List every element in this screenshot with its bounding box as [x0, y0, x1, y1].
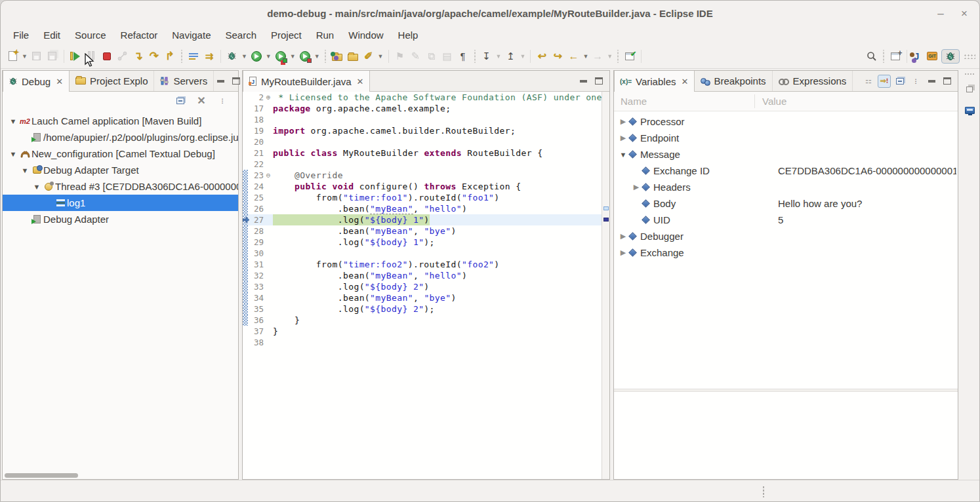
code-line-35[interactable]: 35 .log("${body} 2"); [243, 303, 609, 315]
java-perspective-button[interactable]: J [910, 49, 924, 64]
menu-source[interactable]: Source [68, 28, 113, 43]
coverage-button[interactable] [273, 48, 289, 64]
variables-maximize-button[interactable] [941, 75, 954, 88]
expander-icon[interactable]: ▶ [618, 117, 628, 126]
variables-tab-variables[interactable]: (x)=Variables✕ [614, 71, 695, 92]
variable-row-headers[interactable]: ▶Headers [614, 179, 958, 195]
occurrence-marker[interactable] [603, 206, 609, 210]
variables-tab-expressions[interactable]: Expressions [773, 71, 853, 91]
code-line-23[interactable]: 23⊖ @Override [243, 170, 609, 181]
debug-pointer-marker[interactable] [603, 218, 609, 222]
horizontal-scrollbar-thumb[interactable] [5, 473, 78, 478]
editor-tab-close-icon[interactable]: ✕ [357, 77, 364, 87]
tab-close-icon[interactable]: ✕ [56, 77, 63, 87]
code-line-33[interactable]: 33 .log("${body} 2") [243, 281, 609, 292]
variables-minimize-button[interactable] [925, 75, 938, 88]
step-return-button[interactable]: ↱ [162, 48, 178, 64]
code-line-19[interactable]: 19import org.apache.camel.builder.RouteB… [243, 125, 609, 136]
debug-tree-item-[interactable]: /home/apupier/.p2/pool/plugins/org.eclip… [3, 129, 238, 145]
menu-refactor[interactable]: Refactor [113, 28, 165, 43]
menu-help[interactable]: Help [391, 28, 426, 43]
debug-tree-item-debug[interactable]: ▼Debug Adapter Target [3, 162, 238, 178]
run-button[interactable] [249, 48, 264, 64]
pin-editor-button[interactable]: ✔ [622, 48, 638, 64]
open-plugin-artifact-button[interactable] [329, 48, 345, 64]
debug-button[interactable] [224, 48, 240, 64]
step-into-button[interactable]: ↴ [131, 48, 146, 64]
new-wizard-button[interactable]: ✦ [5, 48, 20, 64]
profile-dropdown-icon[interactable]: ▼ [313, 53, 321, 60]
variable-row-message[interactable]: ▼Message [614, 146, 958, 163]
menu-edit[interactable]: Edit [36, 28, 68, 43]
code-line-17[interactable]: 17package org.apache.camel.example; [243, 103, 609, 114]
show-whitespace-button[interactable]: ¶ [455, 48, 471, 64]
variable-row-body[interactable]: BodyHello how are you? [614, 195, 958, 212]
code-editor[interactable]: 2⊕ * Licensed to the Apache Software Fou… [243, 92, 609, 479]
expander-icon[interactable]: ▶ [618, 134, 628, 142]
code-line-32[interactable]: 32 .bean("myBean", "hello") [243, 270, 609, 281]
variable-row-exchange[interactable]: ▶Exchange [614, 244, 958, 261]
mark-occurrences-dropdown-icon[interactable]: ▼ [377, 53, 385, 60]
code-line-20[interactable]: 20 [243, 136, 609, 147]
code-line-36[interactable]: 36 } [243, 315, 609, 326]
expander-icon[interactable]: ▶ [618, 232, 628, 241]
variables-collapse-all-button[interactable] [893, 75, 907, 88]
expander-icon[interactable]: ▼ [8, 150, 18, 158]
expander-icon[interactable]: ▼ [20, 166, 30, 174]
code-line-29[interactable]: 29 .log("${body} 1"); [243, 237, 609, 248]
window-close-button[interactable]: × [956, 6, 973, 22]
show-source-button[interactable]: ▤ [439, 48, 455, 64]
code-line-37[interactable]: 37} [243, 326, 609, 337]
variable-row-processor[interactable]: ▶Processor [614, 113, 958, 130]
last-edit-location-button[interactable]: ↩ [534, 48, 550, 64]
debug-tree-item-lauch[interactable]: ▼m2Lauch Camel application [Maven Build] [3, 113, 238, 129]
profile-button[interactable] [297, 48, 313, 64]
debug-dropdown-icon[interactable]: ▼ [240, 53, 249, 60]
code-line-21[interactable]: 21public class MyRouteBuilder extends Ro… [243, 147, 609, 159]
mark-occurrences-button[interactable]: ✐ [361, 48, 377, 64]
variable-row-exchange-id[interactable]: Exchange IDCE7DDBA306DC1A6-0000000000000… [614, 163, 958, 179]
back-dropdown-icon[interactable]: ▼ [581, 53, 590, 60]
new-wizard-dropdown-icon[interactable]: ▼ [20, 53, 29, 60]
code-line-2[interactable]: 2⊕ * Licensed to the Apache Software Fou… [243, 92, 609, 103]
debug-tab-debug[interactable]: Debug✕ [3, 71, 70, 92]
code-line-26[interactable]: 26 .bean("myBean", "hello") [243, 203, 609, 214]
expander-icon[interactable]: ▶ [631, 183, 642, 191]
variables-detail-pane[interactable] [614, 392, 958, 479]
column-header-value[interactable]: Value [754, 96, 786, 107]
forward-edit-location-button[interactable]: ↪ [550, 48, 565, 64]
remove-all-terminated-button[interactable]: ✕ [195, 94, 208, 107]
back-button[interactable]: ← [565, 48, 581, 64]
window-minimize-button[interactable]: – [932, 6, 949, 22]
editor-tab-myroutebuilder[interactable]: J MyRouteBuilder.java ✕ [243, 71, 370, 92]
collapse-all-button[interactable] [174, 94, 187, 107]
forward-button[interactable]: → [590, 48, 605, 64]
debug-tree-item-log1[interactable]: log1 [3, 195, 238, 211]
variable-row-debugger[interactable]: ▶Debugger [614, 228, 958, 244]
fold-icon[interactable]: ⊖ [264, 171, 273, 180]
code-line-27[interactable]: 27 .log("${body} 1") [243, 214, 609, 225]
console-view-button[interactable] [962, 103, 977, 117]
editor-maximize-button[interactable] [592, 75, 605, 88]
variables-tab-breakpoints[interactable]: Breakpoints [695, 71, 772, 91]
resume-button[interactable] [68, 48, 83, 64]
terminate-button[interactable] [99, 48, 115, 64]
expander-icon[interactable]: ▼ [31, 183, 42, 191]
status-bar-drag-handle[interactable] [762, 486, 765, 497]
code-line-18[interactable]: 18 [243, 114, 609, 125]
use-step-filters-button[interactable]: ⇉ [201, 48, 217, 64]
menu-run[interactable]: Run [309, 28, 342, 43]
code-line-25[interactable]: 25 from("timer:foo1").routeId("foo1") [243, 192, 609, 203]
overview-ruler[interactable] [602, 92, 609, 479]
menu-project[interactable]: Project [264, 28, 309, 43]
open-perspective-button[interactable]: + [888, 48, 903, 64]
step-over-button[interactable]: ↷ [146, 48, 162, 64]
code-line-22[interactable]: 22 [243, 159, 609, 170]
editor-minimize-button[interactable] [577, 75, 590, 88]
variable-row-endpoint[interactable]: ▶Endpoint [614, 130, 958, 146]
tab-close-icon[interactable]: ✕ [681, 77, 688, 87]
debug-tab-project-explo[interactable]: Project Explo [70, 71, 154, 91]
variable-row-uid[interactable]: UID5 [614, 212, 958, 228]
next-annotation-dropdown-icon[interactable]: ▼ [495, 53, 503, 60]
column-header-name[interactable]: Name [614, 96, 754, 107]
